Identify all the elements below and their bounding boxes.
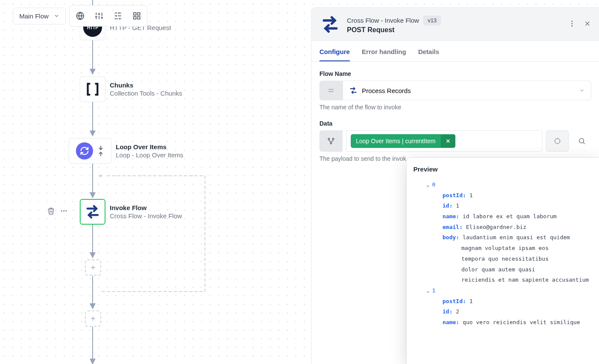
node-invoke-title: Invoke Flow <box>110 204 182 211</box>
svg-point-47 <box>328 138 329 139</box>
svg-point-33 <box>61 211 62 212</box>
close-icon <box>584 20 591 27</box>
node-chunks[interactable]: Chunks Collection Tools - Chunks <box>80 76 182 102</box>
svg-point-49 <box>330 142 331 144</box>
panel-more-button[interactable] <box>568 20 576 29</box>
flow-selector-label: Main Flow <box>19 12 48 20</box>
more-node-button[interactable] <box>60 207 68 217</box>
brackets-icon <box>85 82 100 96</box>
data-input[interactable]: Loop Over Items | currentItem <box>346 130 542 152</box>
svg-point-34 <box>63 211 65 212</box>
svg-line-58 <box>583 142 584 144</box>
top-toolbar: Main Flow <box>13 5 147 27</box>
node-chunks-title: Chunks <box>110 81 182 89</box>
panel-node-icon <box>319 14 341 35</box>
version-badge: v13 <box>423 15 441 25</box>
svg-point-52 <box>555 138 560 144</box>
sliders-v-button[interactable] <box>90 7 108 24</box>
panel-tabs: Configure Error handling Details <box>312 41 599 62</box>
tab-details[interactable]: Details <box>418 48 439 61</box>
add-step-after-loop[interactable] <box>85 310 101 327</box>
chevron-down-icon <box>54 13 60 19</box>
close-icon <box>445 138 451 144</box>
globe-icon <box>76 12 84 20</box>
search-icon <box>578 137 586 145</box>
svg-point-35 <box>66 211 67 212</box>
sliders-h-icon <box>114 12 122 20</box>
delete-node-button[interactable] <box>47 207 55 217</box>
panel-close-button[interactable] <box>584 20 591 29</box>
dots-horizontal-icon <box>60 207 68 215</box>
flow-selector[interactable]: Main Flow <box>13 8 66 24</box>
chevron-down-icon <box>579 87 585 93</box>
grid-icon <box>132 12 141 20</box>
data-mode-button[interactable] <box>319 130 343 152</box>
svg-rect-29 <box>134 17 136 19</box>
dots-vertical-icon <box>568 20 576 27</box>
preview-json[interactable]: ⌄0 postId: 1 id: 1 name: id labore ex et… <box>413 180 592 360</box>
equals-icon <box>327 86 335 95</box>
globe-button[interactable] <box>72 7 89 24</box>
data-chip-remove[interactable] <box>441 135 455 147</box>
tab-error-handling[interactable]: Error handling <box>362 48 406 61</box>
swap-arrows-icon <box>85 204 100 220</box>
flow-name-help: The name of the flow to invoke <box>319 104 591 111</box>
preview-title: Preview <box>413 165 592 173</box>
svg-point-41 <box>572 23 573 24</box>
node-chunks-subtitle: Collection Tools - Chunks <box>110 90 182 97</box>
preview-popover: Preview ⌄0 postId: 1 id: 1 name: id labo… <box>406 158 599 364</box>
flow-name-value: Process Records <box>362 87 411 94</box>
data-chip: Loop Over Items | currentItem <box>351 134 455 148</box>
field-data: Data Loop Over Items | currentItem <box>319 120 591 162</box>
plus-icon <box>90 264 96 271</box>
crosshair-icon <box>554 137 561 145</box>
flow-name-label: Flow Name <box>319 70 591 77</box>
node-action-bar <box>47 207 68 217</box>
svg-point-57 <box>579 138 584 143</box>
tab-configure[interactable]: Configure <box>319 48 350 61</box>
data-target-button[interactable] <box>546 130 569 152</box>
toolbar-button-group <box>69 5 147 27</box>
node-loop-subtitle: Loop - Loop Over Items <box>116 151 184 159</box>
trash-icon <box>47 207 55 215</box>
svg-rect-28 <box>138 13 140 15</box>
branch-icon <box>327 137 335 145</box>
sliders-v-icon <box>95 12 103 20</box>
node-invoke-subtitle: Cross Flow - Invoke Flow <box>110 212 182 220</box>
compress-icon <box>97 146 104 156</box>
swap-arrows-icon <box>321 15 340 34</box>
field-flow-name: Flow Name Process Records The name of th… <box>319 70 591 111</box>
data-chip-label: Loop Over Items | currentItem <box>351 134 441 148</box>
loop-circle-icon <box>76 142 93 159</box>
swap-arrows-icon <box>349 86 358 95</box>
plus-icon <box>90 315 96 322</box>
node-invoke-flow[interactable]: Invoke Flow Cross Flow - Invoke Flow <box>80 199 182 225</box>
caret-collapse-icon[interactable]: ⌄ <box>426 287 430 294</box>
flow-name-mode-button[interactable] <box>319 81 343 100</box>
node-loop[interactable]: Loop Over Items Loop - Loop Over Items <box>69 138 184 164</box>
flow-name-select[interactable]: Process Records <box>343 81 591 100</box>
svg-point-48 <box>332 138 334 139</box>
caret-collapse-icon[interactable]: ⌄ <box>426 181 430 188</box>
svg-point-42 <box>572 25 573 27</box>
add-step-in-loop[interactable] <box>85 259 101 276</box>
data-search-button[interactable] <box>572 130 591 152</box>
panel-title: Cross Flow - Invoke Flow <box>347 17 419 24</box>
svg-point-40 <box>572 21 573 22</box>
data-label: Data <box>319 120 591 127</box>
grid-button[interactable] <box>128 7 145 24</box>
panel-subtitle: POST Request <box>347 26 562 34</box>
svg-rect-27 <box>134 13 136 15</box>
sliders-h-button[interactable] <box>109 7 126 24</box>
panel-header: Cross Flow - Invoke Flow v13 POST Reques… <box>312 8 599 41</box>
svg-rect-30 <box>138 17 140 19</box>
node-loop-title: Loop Over Items <box>116 143 184 150</box>
